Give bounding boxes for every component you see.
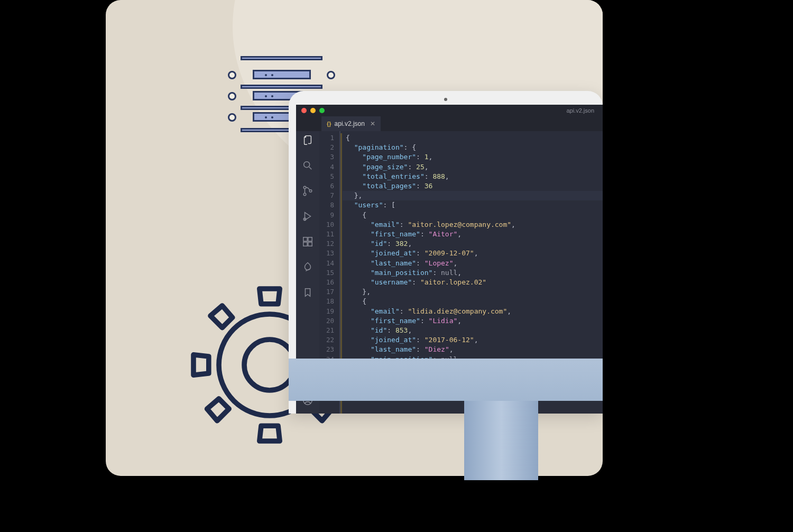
window-controls (301, 108, 325, 113)
svg-point-0 (244, 340, 295, 390)
svg-point-1 (304, 162, 310, 168)
svg-point-2 (303, 186, 306, 189)
tab-bar: {} api.v2.json ✕ (296, 116, 603, 131)
svg-rect-8 (303, 242, 307, 246)
extensions-icon[interactable] (302, 236, 313, 247)
maximize-window-button[interactable] (319, 108, 325, 113)
close-window-button[interactable] (301, 108, 307, 113)
svg-point-4 (309, 190, 312, 192)
run-debug-icon[interactable] (302, 210, 313, 222)
svg-rect-6 (303, 237, 307, 241)
minimize-window-button[interactable] (310, 108, 316, 113)
window-title: api.v2.json (566, 107, 594, 114)
window-titlebar: api.v2.json (296, 105, 603, 116)
svg-point-3 (303, 193, 306, 196)
monitor-stand (464, 401, 538, 480)
monitor-chin (289, 359, 603, 401)
svg-rect-9 (308, 242, 312, 246)
search-icon[interactable] (302, 160, 313, 171)
live-share-icon[interactable] (302, 261, 313, 273)
bookmark-icon[interactable] (302, 287, 313, 298)
tab-filename: api.v2.json (335, 120, 365, 127)
explorer-icon[interactable] (302, 134, 313, 146)
source-control-icon[interactable] (302, 185, 313, 197)
editor-tab[interactable]: {} api.v2.json ✕ (321, 116, 381, 131)
json-file-icon: {} (327, 121, 331, 127)
svg-rect-7 (308, 237, 312, 241)
close-tab-button[interactable]: ✕ (370, 120, 375, 127)
camera-icon (444, 98, 447, 101)
